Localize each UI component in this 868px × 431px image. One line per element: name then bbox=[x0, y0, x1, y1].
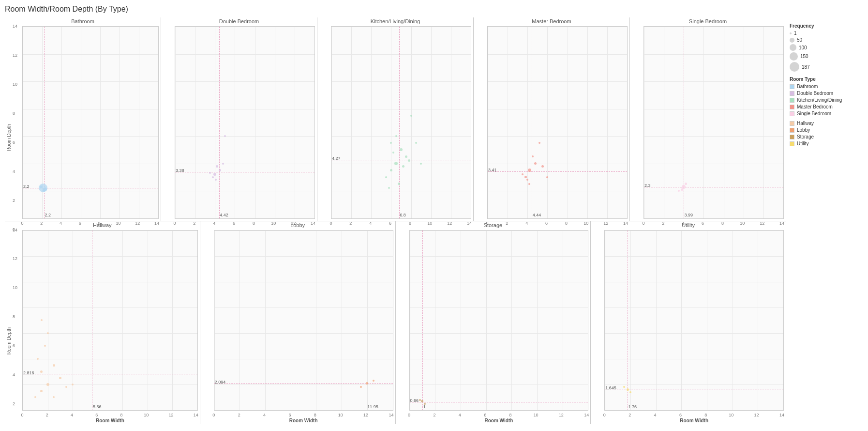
data-dot bbox=[402, 165, 404, 168]
inner-plot: 2.22.2 bbox=[22, 26, 159, 219]
data-dot bbox=[388, 187, 390, 189]
room-type-label: Single Bedroom bbox=[797, 111, 831, 116]
room-type-legend-item: Master Bedroom bbox=[790, 104, 859, 109]
frequency-legend-title: Frequency bbox=[790, 23, 859, 29]
room-type-legend-item: Double Bedroom bbox=[790, 91, 859, 96]
panel-title: Single Bedroom bbox=[630, 18, 786, 24]
inner-plot: 4.276.8 bbox=[331, 26, 471, 219]
x-axis-label: Room Width bbox=[604, 418, 784, 423]
color-swatch bbox=[790, 98, 794, 103]
x-axis-label: Room Width bbox=[22, 418, 198, 423]
data-dot bbox=[59, 377, 61, 379]
top-row: BathroomRoom Depth2.22.20246810121402468… bbox=[5, 17, 786, 221]
data-dot bbox=[419, 399, 421, 401]
data-dot bbox=[219, 169, 221, 171]
data-dot bbox=[212, 176, 214, 178]
inner-plot: 0.661 bbox=[409, 230, 589, 411]
data-dot bbox=[385, 176, 387, 178]
panel-title: Lobby bbox=[200, 222, 395, 228]
color-swatch bbox=[790, 121, 794, 126]
frequency-legend-item: 100 bbox=[790, 44, 859, 51]
panel-master-bedroom: Master Bedroom3.414.4402468101214 bbox=[474, 17, 630, 221]
data-dot bbox=[420, 163, 422, 165]
data-dot bbox=[215, 179, 217, 181]
data-dot bbox=[72, 384, 74, 385]
frequency-label: 100 bbox=[799, 45, 807, 50]
data-dot bbox=[405, 155, 407, 158]
frequency-dot bbox=[790, 32, 792, 34]
panel-utility: Utility1.6451.7602468101214Room Width bbox=[591, 221, 786, 425]
chart-title: Room Width/Room Depth (By Type) bbox=[5, 5, 863, 14]
data-dot bbox=[53, 364, 55, 367]
room-type-label: Storage bbox=[797, 134, 814, 139]
data-dot bbox=[532, 155, 534, 157]
frequency-legend-item: 187 bbox=[790, 62, 859, 72]
data-dot bbox=[65, 386, 67, 388]
data-dot bbox=[213, 173, 216, 176]
data-dot bbox=[34, 396, 36, 398]
inner-plot: 1.6451.76 bbox=[604, 230, 784, 411]
color-swatch bbox=[790, 84, 794, 89]
panel-title: Utility bbox=[591, 222, 786, 228]
data-dot bbox=[424, 403, 426, 405]
data-dot bbox=[526, 179, 528, 181]
room-type-legend-title: Room Type bbox=[790, 77, 859, 82]
frequency-label: 1 bbox=[794, 31, 797, 36]
room-type-label: Bathroom bbox=[797, 84, 818, 89]
room-type-label: Master Bedroom bbox=[797, 104, 833, 109]
data-dot bbox=[216, 165, 218, 168]
data-dot bbox=[534, 162, 537, 165]
data-dot bbox=[415, 142, 417, 144]
data-dot bbox=[524, 176, 527, 178]
room-type-legend-item: Bathroom bbox=[790, 84, 859, 89]
room-type-legend-item: Lobby bbox=[790, 127, 859, 133]
panel-single-bedroom: Single Bedroom2.33.9902468101214 bbox=[630, 17, 786, 221]
data-dot bbox=[209, 172, 211, 174]
data-dot bbox=[37, 358, 39, 360]
data-dot bbox=[40, 370, 43, 373]
data-dot bbox=[40, 390, 43, 392]
panel-storage: Storage0.66102468101214Room Width bbox=[396, 221, 591, 425]
data-dot bbox=[681, 188, 683, 191]
frequency-legend-item: 150 bbox=[790, 52, 859, 61]
frequency-dot bbox=[790, 52, 798, 61]
data-dot bbox=[408, 159, 410, 162]
plot-area: BathroomRoom Depth2.22.20246810121402468… bbox=[5, 17, 786, 424]
data-dot bbox=[390, 142, 392, 144]
room-type-label: Utility bbox=[797, 141, 808, 146]
main-area: BathroomRoom Depth2.22.20246810121402468… bbox=[5, 17, 863, 424]
data-dot bbox=[360, 386, 362, 388]
room-type-legend-item: Utility bbox=[790, 141, 859, 146]
color-swatch bbox=[790, 141, 794, 146]
data-dot bbox=[528, 169, 531, 172]
panel-title: Kitchen/Living/Dining bbox=[317, 18, 473, 24]
data-dot bbox=[394, 162, 398, 165]
inner-plot: 2.8165.56 bbox=[22, 230, 198, 411]
data-dot bbox=[627, 388, 629, 391]
frequency-dot bbox=[790, 44, 796, 51]
color-swatch bbox=[790, 105, 794, 109]
data-dot bbox=[53, 396, 55, 398]
data-dot bbox=[40, 185, 43, 188]
frequency-dot bbox=[790, 62, 799, 72]
data-dot bbox=[629, 391, 631, 393]
room-type-label: Double Bedroom bbox=[797, 91, 833, 96]
data-dot bbox=[410, 115, 412, 117]
room-type-label: Hallway bbox=[797, 121, 814, 126]
data-dot bbox=[373, 380, 374, 382]
data-dot bbox=[392, 152, 394, 154]
data-dot bbox=[224, 135, 226, 137]
frequency-label: 50 bbox=[797, 37, 802, 43]
room-type-legend-item: Kitchen/Living/Dining bbox=[790, 97, 859, 103]
frequency-label: 150 bbox=[800, 54, 808, 59]
panel-title: Master Bedroom bbox=[474, 18, 629, 24]
color-swatch bbox=[790, 111, 794, 116]
data-dot bbox=[623, 386, 625, 388]
inner-plot: 2.09411.95 bbox=[214, 230, 393, 411]
bottom-row: HallwayRoom Depth2.8165.5602468101214024… bbox=[5, 221, 786, 425]
data-dot bbox=[400, 148, 403, 151]
panel-title: Hallway bbox=[5, 222, 200, 228]
x-axis-label: Room Width bbox=[214, 418, 393, 423]
panel-lobby: Lobby2.09411.9502468101214Room Width bbox=[200, 221, 396, 425]
frequency-legend-item: 50 bbox=[790, 37, 859, 43]
